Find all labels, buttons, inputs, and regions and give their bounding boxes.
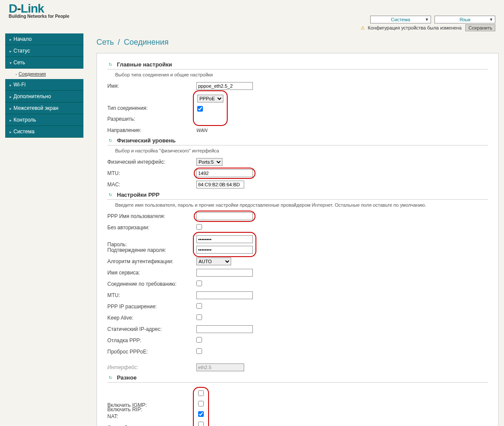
- ppp-pass-input[interactable]: [196, 235, 253, 243]
- ppp-pass-label: Пароль:: [107, 241, 196, 248]
- section-main-head: ↻ Главные настройки: [107, 61, 488, 69]
- ppp-passthru-checkbox[interactable]: [196, 348, 202, 354]
- direction-value: WAN: [196, 128, 207, 133]
- notice-save-button[interactable]: Сохранить: [465, 24, 495, 31]
- breadcrumb-sep: /: [118, 38, 120, 46]
- ppp-ext-checkbox[interactable]: [196, 303, 202, 309]
- section-main-title: Главные настройки: [117, 61, 172, 68]
- phys-iface-label: Физический интерфейс:: [107, 159, 196, 165]
- ppp-ext-label: PPP IP расширение:: [107, 304, 196, 310]
- misc-nat-label: NAT:: [107, 413, 196, 419]
- sidebar-item-label: Начало: [13, 36, 32, 42]
- sidebar-item-firewall[interactable]: ▸Межсетевой экран: [5, 102, 83, 114]
- refresh-icon: ↻: [107, 62, 113, 68]
- sidebar-item-network[interactable]: ▾Сеть: [5, 57, 83, 69]
- ppp-iface-label: Интерфейс:: [107, 364, 196, 370]
- phys-mtu-label: MTU:: [107, 170, 196, 176]
- sidebar-item-label: Система: [13, 129, 34, 135]
- misc-rip-checkbox[interactable]: [198, 390, 204, 396]
- ppp-noauth-checkbox[interactable]: [196, 224, 202, 230]
- section-main-desc: Выбор типа соединения и общие настройки: [115, 72, 488, 77]
- chevron-down-icon: ▼: [489, 17, 493, 22]
- ppp-iface-input: [196, 363, 244, 371]
- ppp-pass2-input[interactable]: [196, 246, 253, 254]
- ppp-debug-label: Отладка PPP:: [107, 337, 196, 343]
- phys-mac-input[interactable]: [196, 181, 244, 188]
- ppp-mtu-label: MTU:: [107, 292, 196, 298]
- phys-mtu-input[interactable]: [196, 169, 253, 177]
- sidebar: ▸Начало ▸Статус ▾Сеть ›Соединения ▸Wi-Fi…: [5, 33, 83, 138]
- sidebar-item-label: Статус: [13, 48, 30, 54]
- content-box: ↻ Главные настройки Выбор типа соединени…: [96, 53, 499, 426]
- sidebar-item-label: Контроль: [13, 117, 36, 123]
- ppp-noauth-label: Без авторизации:: [107, 225, 196, 231]
- sidebar-item-label: Межсетевой экран: [13, 105, 58, 111]
- section-phys-desc: Выбор и настройка "физического" интерфей…: [115, 148, 488, 153]
- section-ppp-head: ↻ Настройки PPP: [107, 192, 488, 200]
- ppp-keepalive-checkbox[interactable]: [196, 314, 202, 320]
- ppp-mtu-input[interactable]: [196, 291, 253, 299]
- notice-text: Конфигурация устройства была изменена: [368, 25, 462, 30]
- ppp-staticip-input[interactable]: [196, 325, 253, 333]
- ppp-auth-label: Алгоритм аутентификации:: [107, 258, 196, 264]
- language-dropdown-label: Язык: [459, 17, 471, 22]
- ppp-staticip-label: Статический IP-адрес:: [107, 326, 196, 332]
- ppp-pass2-label: Подтверждение пароля:: [107, 247, 196, 253]
- ppp-user-input[interactable]: [196, 212, 253, 220]
- sidebar-item-label: Дополнительно: [13, 93, 51, 99]
- breadcrumb-a: Сеть: [96, 38, 114, 46]
- system-dropdown-label: Система: [391, 17, 410, 22]
- sidebar-item-status[interactable]: ▸Статус: [5, 45, 83, 57]
- sidebar-item-control[interactable]: ▸Контроль: [5, 114, 83, 126]
- ppp-service-label: Имя сервиса:: [107, 270, 196, 276]
- warning-icon: ⚠: [361, 25, 365, 30]
- section-phys-title: Физический уровень: [117, 137, 176, 144]
- breadcrumb-b: Соединения: [124, 38, 169, 46]
- section-phys-head: ↻ Физический уровень: [107, 137, 488, 145]
- chevron-down-icon: ▼: [425, 17, 429, 22]
- misc-fw-checkbox[interactable]: [198, 422, 204, 426]
- ppp-ondemand-label: Соединение по требованию:: [107, 281, 196, 287]
- allow-label: Разрешить:: [107, 116, 196, 122]
- sidebar-subitem-label: Соединения: [19, 71, 46, 76]
- logo-tagline: Building Networks for People: [9, 14, 69, 19]
- name-input[interactable]: [196, 82, 253, 90]
- section-misc-title: Разное: [117, 374, 136, 381]
- refresh-icon: ↻: [107, 138, 113, 144]
- misc-igmp-label: Включить IGMP:: [107, 402, 196, 408]
- refresh-icon: ↻: [107, 192, 113, 198]
- type-select[interactable]: PPPoE: [197, 95, 223, 102]
- sidebar-item-label: Wi-Fi: [13, 82, 26, 88]
- allow-checkbox[interactable]: [197, 106, 203, 112]
- logo: D-Link Building Networks for People: [9, 2, 69, 19]
- section-ppp-desc: Введите имя пользователя, пароль и прочи…: [115, 202, 488, 208]
- misc-nat-checkbox[interactable]: [198, 411, 204, 417]
- sidebar-item-advanced[interactable]: ▸Дополнительно: [5, 91, 83, 102]
- ppp-debug-checkbox[interactable]: [196, 337, 202, 343]
- notice-bar: ⚠ Конфигурация устройства была изменена …: [0, 22, 504, 33]
- section-ppp-title: Настройки PPP: [117, 192, 159, 198]
- section-misc-head: ↻ Разное: [107, 374, 488, 383]
- ppp-auth-select[interactable]: AUTO: [196, 258, 231, 265]
- phys-mac-label: MAC:: [107, 182, 196, 188]
- ppp-service-input[interactable]: [196, 269, 253, 277]
- breadcrumb: Сеть / Соединения: [96, 33, 499, 53]
- logo-brand-post: Link: [21, 2, 44, 15]
- system-dropdown[interactable]: Система ▼: [370, 16, 431, 23]
- sidebar-subitem-connections[interactable]: ›Соединения: [5, 69, 83, 79]
- refresh-icon: ↻: [107, 375, 113, 381]
- ppp-user-label: PPP Имя пользователя:: [107, 213, 196, 219]
- logo-brand-pre: D: [9, 2, 17, 15]
- phys-iface-select[interactable]: Ports:5: [196, 158, 222, 166]
- ppp-keepalive-label: Keep Alive:: [107, 315, 196, 321]
- direction-label: Направление:: [107, 127, 196, 133]
- ppp-passthru-label: Проброс PPPoE:: [107, 349, 196, 355]
- sidebar-item-home[interactable]: ▸Начало: [5, 33, 83, 45]
- name-label: Имя:: [107, 83, 196, 89]
- sidebar-item-wifi[interactable]: ▸Wi-Fi: [5, 79, 83, 91]
- sidebar-item-system[interactable]: ▸Система: [5, 126, 83, 138]
- logo-brand-mid: -: [17, 2, 20, 15]
- misc-igmp-checkbox[interactable]: [198, 401, 204, 406]
- ppp-ondemand-checkbox[interactable]: [196, 281, 202, 286]
- language-dropdown[interactable]: Язык ▼: [434, 16, 495, 23]
